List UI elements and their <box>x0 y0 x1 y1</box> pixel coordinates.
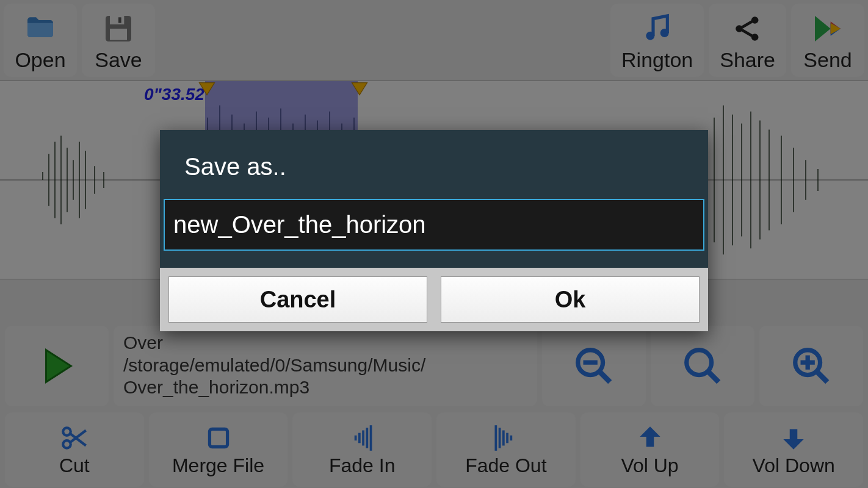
ok-button[interactable]: Ok <box>441 276 700 323</box>
dialog-button-row: Cancel Ok <box>160 268 708 331</box>
save-as-dialog: Save as.. Cancel Ok <box>160 130 708 331</box>
dialog-title: Save as.. <box>160 130 708 199</box>
filename-input[interactable] <box>164 199 704 251</box>
cancel-button[interactable]: Cancel <box>168 276 427 323</box>
